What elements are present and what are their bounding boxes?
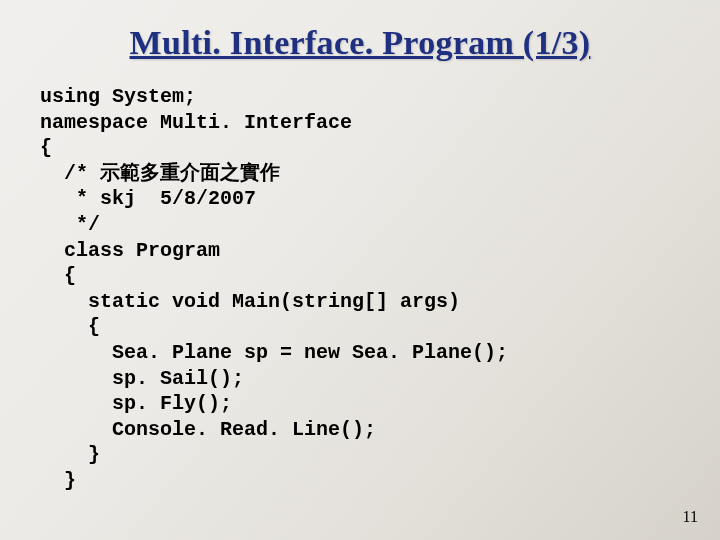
- code-line: }: [40, 443, 100, 466]
- code-line: {: [40, 315, 100, 338]
- code-line: */: [40, 213, 100, 236]
- code-line: /* 示範多重介面之實作: [40, 162, 280, 185]
- code-line: static void Main(string[] args): [40, 290, 460, 313]
- code-line: {: [40, 136, 52, 159]
- code-line: * skj 5/8/2007: [40, 187, 256, 210]
- code-line: Console. Read. Line();: [40, 418, 376, 441]
- slide-title: Multi. Interface. Program (1/3): [40, 24, 680, 62]
- code-line: using System;: [40, 85, 196, 108]
- page-number: 11: [683, 508, 698, 526]
- code-line: }: [40, 469, 76, 492]
- code-line: sp. Sail();: [40, 367, 244, 390]
- code-line: class Program: [40, 239, 220, 262]
- code-line: namespace Multi. Interface: [40, 111, 352, 134]
- code-block: using System; namespace Multi. Interface…: [40, 84, 680, 494]
- code-line: sp. Fly();: [40, 392, 232, 415]
- code-line: {: [40, 264, 76, 287]
- code-line: Sea. Plane sp = new Sea. Plane();: [40, 341, 508, 364]
- slide: Multi. Interface. Program (1/3) using Sy…: [0, 0, 720, 540]
